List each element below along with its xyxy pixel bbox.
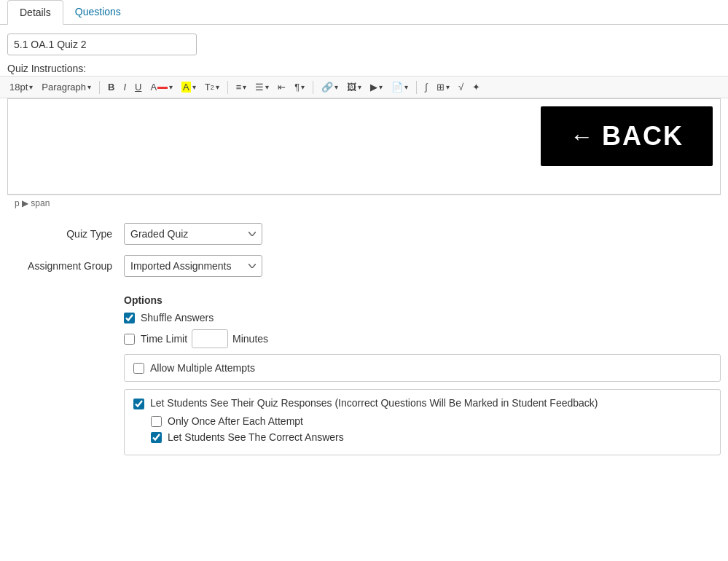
back-overlay: ← BACK: [541, 106, 713, 166]
quiz-title-input[interactable]: [7, 34, 197, 55]
link-button[interactable]: 🔗▾: [318, 79, 342, 95]
editor-path-bar: p ▶ span: [7, 195, 721, 211]
media-button[interactable]: ▶▾: [367, 79, 386, 95]
image-button[interactable]: 🖼▾: [343, 79, 365, 95]
allow-attempts-label[interactable]: Allow Multiple Attempts: [150, 362, 255, 374]
time-limit-checkbox[interactable]: [124, 334, 135, 345]
once-after-attempt-label[interactable]: Only Once After Each Attempt: [168, 415, 303, 427]
outdent-button[interactable]: ⇤: [274, 79, 289, 95]
once-after-attempt-row: Only Once After Each Attempt: [133, 415, 711, 427]
quiz-type-row: Quiz Type Graded Quiz Practice Quiz Grad…: [7, 223, 721, 245]
list-button[interactable]: ☰▾: [251, 79, 273, 95]
time-limit-input[interactable]: [192, 329, 228, 348]
correct-answers-row: Let Students See The Correct Answers: [133, 431, 711, 443]
quiz-type-select[interactable]: Graded Quiz Practice Quiz Graded Survey …: [124, 223, 262, 245]
quiz-responses-label[interactable]: Let Students See Their Quiz Responses (I…: [150, 397, 598, 409]
editor-content[interactable]: ← BACK: [8, 99, 720, 194]
correct-answers-label[interactable]: Let Students See The Correct Answers: [168, 431, 344, 443]
highlight-button[interactable]: A ▾: [178, 79, 200, 95]
special-button[interactable]: ✦: [469, 79, 484, 95]
time-limit-row: Time Limit Minutes: [124, 329, 721, 348]
quiz-type-label: Quiz Type: [7, 228, 124, 240]
editor-area[interactable]: ← BACK: [7, 98, 721, 195]
sep-1: [99, 81, 100, 94]
shuffle-answers-row: Shuffle Answers: [124, 312, 721, 323]
allow-multiple-attempts-box: Allow Multiple Attempts: [124, 354, 721, 382]
sep-2: [227, 81, 228, 94]
tab-bar: Details Questions: [0, 0, 728, 25]
quiz-responses-box: Let Students See Their Quiz Responses (I…: [124, 389, 721, 455]
editor-toolbar: 18pt ▾ Paragraph ▾ B I U A ▾ A ▾ T2 ▾ ≡▾…: [0, 76, 728, 98]
allow-attempts-checkbox[interactable]: [133, 363, 144, 374]
once-after-attempt-checkbox[interactable]: [151, 416, 162, 427]
align-button[interactable]: ≡▾: [232, 79, 251, 95]
underline-button[interactable]: U: [131, 79, 145, 95]
equation-button[interactable]: ∫: [421, 79, 431, 95]
direction-button[interactable]: ¶▾: [291, 79, 308, 95]
document-button[interactable]: 📄▾: [388, 79, 412, 95]
bold-button[interactable]: B: [104, 79, 118, 95]
options-title: Options: [124, 294, 721, 306]
paragraph-picker[interactable]: Paragraph ▾: [38, 79, 95, 95]
italic-button[interactable]: I: [120, 79, 130, 95]
table-button[interactable]: ⊞▾: [433, 79, 453, 95]
back-text: BACK: [602, 121, 684, 152]
superscript-button[interactable]: T2 ▾: [201, 79, 223, 95]
assignment-group-row: Assignment Group Imported Assignments As…: [7, 255, 721, 277]
quiz-responses-checkbox[interactable]: [133, 399, 144, 409]
shuffle-answers-checkbox[interactable]: [124, 313, 135, 323]
paragraph-arrow: ▾: [87, 83, 91, 91]
font-color-swatch: [157, 87, 168, 89]
sqrt-button[interactable]: √: [455, 79, 467, 95]
font-size-picker[interactable]: 18pt ▾: [6, 79, 36, 95]
correct-answers-checkbox[interactable]: [151, 432, 162, 443]
sep-4: [416, 81, 417, 94]
font-size-arrow: ▾: [29, 83, 33, 91]
assignment-group-label: Assignment Group: [7, 260, 124, 272]
assignment-group-select[interactable]: Imported Assignments Assignments Quizzes: [124, 255, 262, 277]
back-arrow-icon: ←: [570, 123, 593, 150]
time-limit-label[interactable]: Time Limit: [141, 333, 187, 345]
minutes-label: Minutes: [232, 333, 268, 345]
title-input-wrap: [0, 25, 728, 60]
tab-details[interactable]: Details: [7, 0, 63, 25]
quiz-responses-main-row: Let Students See Their Quiz Responses (I…: [133, 397, 711, 409]
instructions-label: Quiz Instructions:: [0, 60, 728, 76]
form-section: Quiz Type Graded Quiz Practice Quiz Grad…: [0, 211, 728, 294]
sep-3: [313, 81, 313, 94]
options-section: Options Shuffle Answers Time Limit Minut…: [0, 294, 728, 470]
tab-questions[interactable]: Questions: [63, 0, 133, 25]
shuffle-answers-label[interactable]: Shuffle Answers: [141, 312, 214, 323]
font-color-button[interactable]: A ▾: [146, 79, 176, 95]
